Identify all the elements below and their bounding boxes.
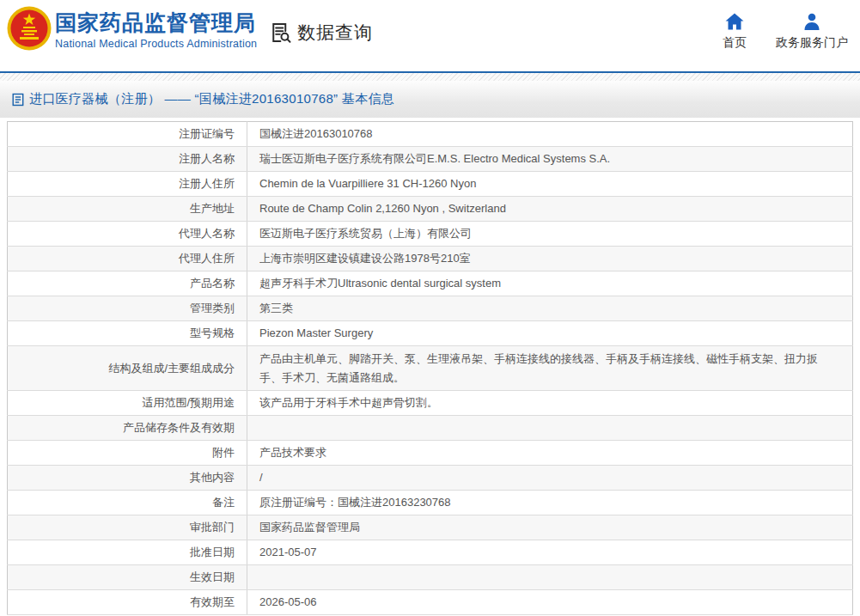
field-value: 2026-05-06 [247,590,853,615]
field-value: 瑞士医迈斯电子医疗系统有限公司E.M.S. Electro Medical Sy… [247,147,853,172]
field-label: 产品储存条件及有效期 [8,416,247,441]
table-row: 产品储存条件及有效期 [8,416,853,441]
registration-info-table: 注册证编号国械注进20163010768注册人名称瑞士医迈斯电子医疗系统有限公司… [7,121,853,615]
table-row: 代理人名称医迈斯电子医疗系统贸易（上海）有限公司 [8,222,853,247]
table-row: 有效期至2026-05-06 [8,590,853,615]
field-value: 国家药品监督管理局 [247,515,853,540]
document-search-icon [269,21,293,45]
field-value: 产品技术要求 [247,441,853,466]
field-label: 审批部门 [8,515,247,540]
field-value: 2021-05-07 [247,540,853,565]
home-icon [724,12,745,31]
field-value: 第三类 [247,296,853,321]
field-label: 备注 [8,491,247,515]
table-row: 批准日期2021-05-07 [8,540,853,565]
field-value: / [247,466,853,491]
field-label: 注册人名称 [8,147,247,172]
info-table-body: 注册证编号国械注进20163010768注册人名称瑞士医迈斯电子医疗系统有限公司… [8,122,853,615]
table-row: 生效日期 [8,565,853,590]
field-value: 医迈斯电子医疗系统贸易（上海）有限公司 [247,222,853,247]
table-row: 产品名称超声牙科手术刀Ultrasonic dental surgical sy… [8,271,853,296]
nav-item-home[interactable]: 首页 [723,12,747,51]
field-label: 生产地址 [8,197,247,222]
table-row: 注册人住所Chemin de la Vuarpilliere 31 CH-126… [8,172,853,197]
person-icon [802,12,822,31]
national-emblem-icon [7,6,52,51]
field-label: 注册人住所 [8,172,247,197]
table-row: 代理人住所上海市崇明区建设镇建设公路1978号210室 [8,247,853,271]
table-row: 其他内容/ [8,466,853,491]
breadcrumb: 进口医疗器械（注册） —— “国械注进20163010768” 基本信息 [0,81,860,118]
table-row: 生产地址Route de Champ Colin 2,1260 Nyon , S… [8,197,853,222]
field-value: 上海市崇明区建设镇建设公路1978号210室 [247,247,853,271]
data-query-label: 数据查询 [297,21,373,45]
table-row: 备注原注册证编号：国械注进20163230768 [8,491,853,515]
table-row: 审批部门国家药品监督管理局 [8,515,853,540]
table-row: 适用范围/预期用途该产品用于牙科手术中超声骨切割。 [8,391,853,416]
org-name-cn: 国家药品监督管理局 [55,9,257,35]
table-row: 管理类别第三类 [8,296,853,321]
org-title-block: 国家药品监督管理局 National Medical Products Admi… [55,9,257,50]
field-label: 代理人住所 [8,247,247,271]
org-name-en: National Medical Products Administration [55,38,257,50]
field-value: 该产品用于牙科手术中超声骨切割。 [247,391,853,416]
field-label: 适用范围/预期用途 [8,391,247,416]
field-value [247,565,853,590]
field-label: 批准日期 [8,540,247,565]
site-header: 国家药品监督管理局 National Medical Products Admi… [0,0,860,71]
table-row: 附件产品技术要求 [8,441,853,466]
field-value: 超声牙科手术刀Ultrasonic dental surgical system [247,271,853,296]
field-value: Piezon Master Surgery [247,321,853,346]
field-value: 国械注进20163010768 [247,122,853,147]
field-value [247,416,853,441]
field-value: Chemin de la Vuarpilliere 31 CH-1260 Nyo… [247,172,853,197]
field-label: 其他内容 [8,466,247,491]
nav-item-portal[interactable]: 政务服务门户 [776,12,848,51]
nav-label-portal: 政务服务门户 [776,35,848,51]
field-label: 管理类别 [8,296,247,321]
nmpa-device-detail-page: { "header": { "org_name_cn": "国家药品监督管理局"… [0,0,860,616]
table-row: 型号规格Piezon Master Surgery [8,321,853,346]
top-nav: 首页 政务服务门户 [723,12,848,51]
field-value: 原注册证编号：国械注进20163230768 [247,491,853,515]
table-row: 注册人名称瑞士医迈斯电子医疗系统有限公司E.M.S. Electro Medic… [8,147,853,172]
registration-info-table-wrap: 注册证编号国械注进20163010768注册人名称瑞士医迈斯电子医疗系统有限公司… [7,121,853,615]
field-label: 结构及组成/主要组成成分 [8,346,247,391]
hatch-band-divider [0,73,860,81]
field-label: 型号规格 [8,321,247,346]
data-query-section[interactable]: 数据查询 [269,21,373,45]
field-label: 生效日期 [8,565,247,590]
field-label: 注册证编号 [8,122,247,147]
field-label: 产品名称 [8,271,247,296]
field-label: 附件 [8,441,247,466]
document-list-icon [11,93,25,107]
table-row: 结构及组成/主要组成成分产品由主机单元、脚踏开关、泵、生理液吊架、手柄连接线的接… [8,346,853,391]
breadcrumb-text: 进口医疗器械（注册） —— “国械注进20163010768” 基本信息 [29,91,394,107]
field-label: 代理人名称 [8,222,247,247]
field-value: Route de Champ Colin 2,1260 Nyon , Switz… [247,197,853,222]
field-value: 产品由主机单元、脚踏开关、泵、生理液吊架、手柄连接线的接线器、手柄及手柄连接线、… [247,346,853,391]
nav-label-home: 首页 [723,35,747,51]
table-row: 注册证编号国械注进20163010768 [8,122,853,147]
field-label: 有效期至 [8,590,247,615]
